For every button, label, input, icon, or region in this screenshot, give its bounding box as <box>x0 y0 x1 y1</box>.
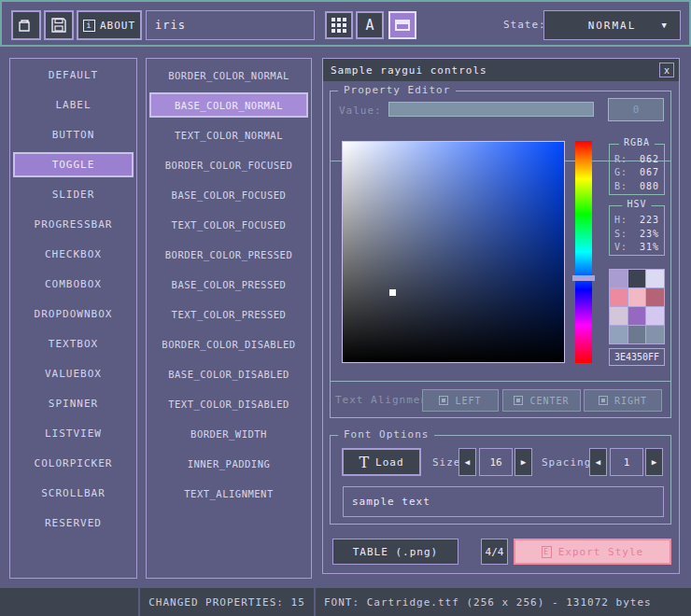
hsv-group-label: HSV <box>622 199 651 209</box>
control-item-dropdownbox[interactable]: DROPDOWNBOX <box>13 301 134 327</box>
control-item-valuebox[interactable]: VALUEBOX <box>13 361 134 386</box>
palette-swatch[interactable] <box>610 288 628 306</box>
palette-swatch[interactable] <box>628 288 646 306</box>
control-item-label[interactable]: LABEL <box>13 92 134 118</box>
palette-swatch[interactable] <box>646 307 664 325</box>
sample-text-input[interactable] <box>343 486 664 517</box>
spacing-value-box[interactable]: 1 <box>610 448 643 476</box>
changed-properties-text: CHANGED PROPERTIES: 15 <box>148 596 305 609</box>
statusbar-font-info: FONT: Cartridge.ttf (256 x 256) - 131072… <box>316 588 691 616</box>
property-item-text-color-pressed[interactable]: TEXT_COLOR_PRESSED <box>149 301 308 327</box>
s-value: 23% <box>640 229 659 239</box>
load-font-button[interactable]: T Load <box>342 448 421 476</box>
palette-swatch[interactable] <box>628 270 646 287</box>
palette-swatch[interactable] <box>628 307 646 325</box>
control-item-slider[interactable]: SLIDER <box>13 182 134 207</box>
property-item-inner-padding[interactable]: INNER_PADDING <box>149 451 308 476</box>
close-button[interactable]: x <box>659 63 674 77</box>
window-title: Sample raygui controls <box>331 64 487 77</box>
align-left-button[interactable]: LEFT <box>422 389 499 412</box>
pages-value: 4/4 <box>486 546 504 558</box>
palette-swatch[interactable] <box>646 288 664 306</box>
export-style-button[interactable]: E Export Style <box>514 539 671 565</box>
control-item-colorpicker[interactable]: COLORPICKER <box>13 451 134 476</box>
property-item-base-color-disabled[interactable]: BASE_COLOR_DISABLED <box>149 361 308 386</box>
align-center-button[interactable]: CENTER <box>502 389 581 412</box>
size-increase-button[interactable]: ▶ <box>515 448 532 476</box>
properties-list: BORDER_COLOR_NORMAL BASE_COLOR_NORMAL TE… <box>146 58 312 579</box>
sample-controls-window: Sample raygui controls x Property Editor… <box>322 58 680 574</box>
hsv-group: HSV H:223 S:23% V:31% <box>609 205 665 256</box>
state-dropdown[interactable]: NORMAL ▼ <box>543 10 681 40</box>
hex-color-box[interactable]: 3E4350FF <box>609 348 665 366</box>
statusbar-changed-properties: CHANGED PROPERTIES: 15 <box>140 588 314 616</box>
control-item-textbox[interactable]: TEXTBOX <box>13 331 134 357</box>
spacing-increase-button[interactable]: ▶ <box>645 448 663 476</box>
align-center-label: CENTER <box>529 396 569 406</box>
chevron-down-icon: ▼ <box>662 21 669 30</box>
property-item-border-color-pressed[interactable]: BORDER_COLOR_PRESSED <box>149 242 308 267</box>
property-item-text-color-focused[interactable]: TEXT_COLOR_FOCUSED <box>149 212 308 237</box>
property-item-border-color-disabled[interactable]: BORDER_COLOR_DISABLED <box>149 331 308 357</box>
control-item-checkbox[interactable]: CHECKBOX <box>13 242 134 267</box>
hue-bar-cursor[interactable] <box>572 275 595 281</box>
control-item-spinner[interactable]: SPINNER <box>13 391 134 416</box>
controls-list: DEFAULT LABEL BUTTON TOGGLE SLIDER PROGR… <box>9 58 137 579</box>
property-item-base-color-pressed[interactable]: BASE_COLOR_PRESSED <box>149 272 308 297</box>
save-file-button[interactable] <box>44 10 74 40</box>
window-titlebar[interactable]: Sample raygui controls x <box>323 59 679 81</box>
size-decrease-button[interactable]: ◀ <box>458 448 476 476</box>
property-item-text-color-normal[interactable]: TEXT_COLOR_NORMAL <box>149 122 308 147</box>
palette-swatch[interactable] <box>610 307 628 325</box>
about-button[interactable]: i ABOUT <box>77 10 142 40</box>
control-item-scrollbar[interactable]: SCROLLBAR <box>13 481 134 506</box>
export-format-dropdown[interactable]: TABLE (.png) <box>332 539 458 565</box>
h-label: H: <box>614 215 628 225</box>
property-item-base-color-focused[interactable]: BASE_COLOR_FOCUSED <box>149 182 308 207</box>
control-item-reserved[interactable]: RESERVED <box>13 511 134 536</box>
control-item-listview[interactable]: LISTVIEW <box>13 421 134 446</box>
letter-a-icon: A <box>365 17 374 34</box>
property-item-border-color-normal[interactable]: BORDER_COLOR_NORMAL <box>149 63 308 88</box>
palette-swatch[interactable] <box>628 326 646 343</box>
palette-swatch[interactable] <box>646 326 664 343</box>
hue-bar[interactable] <box>575 141 592 363</box>
color-picker-cursor[interactable] <box>389 289 396 296</box>
property-item-text-alignment[interactable]: TEXT_ALIGNMENT <box>149 481 308 506</box>
open-file-button[interactable] <box>11 10 41 40</box>
rgba-group: RGBA R:062 G:067 B:080 <box>609 144 665 195</box>
control-item-combobox[interactable]: COMBOBOX <box>13 272 134 297</box>
info-icon: i <box>83 20 95 32</box>
value-slider[interactable] <box>388 102 594 117</box>
property-item-base-color-normal[interactable]: BASE_COLOR_NORMAL <box>149 92 308 118</box>
controls-preview-button[interactable] <box>388 11 416 39</box>
style-color-palette <box>609 269 665 344</box>
property-editor-group-label: Property Editor <box>338 84 456 96</box>
value-box[interactable]: 0 <box>608 98 664 121</box>
color-picker-gradient[interactable] <box>342 141 565 363</box>
control-item-progressbar[interactable]: PROGRESSBAR <box>13 212 134 237</box>
control-item-toggle[interactable]: TOGGLE <box>13 152 134 177</box>
font-atlas-button[interactable]: A <box>356 11 384 39</box>
align-right-button[interactable]: RIGHT <box>584 389 662 412</box>
control-item-default[interactable]: DEFAULT <box>13 63 134 88</box>
palette-swatch[interactable] <box>646 270 664 287</box>
statusbar-empty-segment <box>0 588 138 616</box>
property-item-border-width[interactable]: BORDER_WIDTH <box>149 421 308 446</box>
control-item-button[interactable]: BUTTON <box>13 122 134 147</box>
state-dropdown-value: NORMAL <box>588 20 637 32</box>
palette-swatch[interactable] <box>610 326 628 343</box>
palette-swatch[interactable] <box>610 270 628 287</box>
value-label: Value: <box>339 105 382 117</box>
table-image-mode-button[interactable] <box>325 11 353 39</box>
property-item-text-color-disabled[interactable]: TEXT_COLOR_DISABLED <box>149 391 308 416</box>
spacing-decrease-button[interactable]: ◀ <box>589 448 607 476</box>
load-font-label: Load <box>375 456 404 469</box>
spacing-value: 1 <box>624 456 630 469</box>
size-value-box[interactable]: 16 <box>479 448 513 476</box>
property-item-border-color-focused[interactable]: BORDER_COLOR_FOCUSED <box>149 152 308 177</box>
h-value: 223 <box>640 215 659 225</box>
align-center-icon <box>514 396 523 405</box>
align-right-label: RIGHT <box>614 396 647 406</box>
style-name-input[interactable] <box>146 10 315 40</box>
